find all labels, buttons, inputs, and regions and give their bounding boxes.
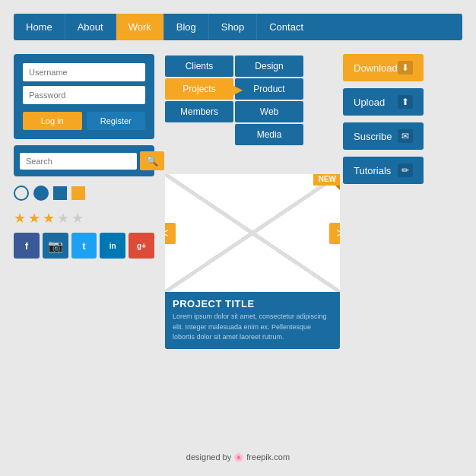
register-button[interactable]: Register: [87, 112, 146, 130]
star-2: ★: [28, 210, 40, 227]
project-image: NEW < >: [165, 174, 340, 292]
login-form: Log in Register: [14, 54, 154, 139]
dropdown-web[interactable]: Web: [235, 101, 303, 122]
footer-brand: 🌸 freepik.com: [233, 452, 290, 462]
dropdown-media[interactable]: Media: [235, 124, 303, 145]
search-button[interactable]: 🔍: [140, 151, 164, 170]
next-arrow[interactable]: >: [329, 223, 340, 244]
navbar: Home About Work Blog Shop Contact: [14, 14, 462, 40]
dropdown-design[interactable]: Design: [235, 56, 303, 77]
subscribe-icon: ✉: [398, 129, 413, 143]
tutorials-button[interactable]: Tutorials ✏: [343, 157, 424, 184]
nav-work[interactable]: Work: [116, 14, 164, 40]
social-row: f 📷 t in g+: [14, 233, 154, 259]
linkedin-button[interactable]: in: [100, 233, 125, 259]
tutorials-icon: ✏: [398, 163, 413, 177]
square-icon-blue: [53, 186, 67, 200]
nav-blog[interactable]: Blog: [164, 14, 209, 40]
square-icon-orange: [71, 186, 85, 200]
project-title: PROJECT TITLE: [173, 298, 332, 309]
dropdown-product[interactable]: Product: [235, 78, 303, 100]
username-input[interactable]: [23, 63, 145, 81]
nav-home[interactable]: Home: [14, 14, 65, 40]
facebook-button[interactable]: f: [14, 233, 40, 259]
password-input[interactable]: [23, 86, 145, 104]
upload-icon: ⬆: [398, 95, 413, 109]
dropdown-menu: Clients Projects Members Design Product …: [165, 56, 332, 145]
googleplus-button[interactable]: g+: [129, 233, 154, 259]
subscribe-label: Suscribe: [354, 131, 392, 142]
stars-row: ★ ★ ★ ★ ★: [14, 210, 154, 227]
nav-contact[interactable]: Contact: [257, 14, 316, 40]
dropdown-projects[interactable]: Projects: [165, 78, 233, 100]
icons-row: [14, 182, 154, 204]
star-3: ★: [43, 210, 55, 227]
download-icon: ⬇: [398, 61, 413, 75]
footer-text: designed by: [186, 452, 231, 462]
search-bar: 🔍: [14, 145, 154, 176]
tutorials-label: Tutorials: [354, 165, 391, 176]
upload-label: Upload: [354, 97, 385, 108]
circle-icon-2: [33, 186, 49, 201]
project-card: NEW < > PROJECT TITLE Lorem ipsum dolor …: [165, 174, 332, 349]
footer: designed by 🌸 freepik.com: [14, 452, 462, 462]
instagram-button[interactable]: 📷: [43, 233, 68, 259]
star-1: ★: [14, 210, 26, 227]
dropdown-clients[interactable]: Clients: [165, 56, 233, 77]
download-label: Download: [354, 62, 398, 74]
star-4: ★: [57, 210, 69, 227]
circle-icon-1: [14, 186, 29, 201]
new-ribbon: NEW: [313, 174, 340, 186]
subscribe-button[interactable]: Suscribe ✉: [343, 122, 424, 150]
nav-shop[interactable]: Shop: [209, 14, 257, 40]
twitter-button[interactable]: t: [71, 233, 97, 259]
dropdown-members[interactable]: Members: [165, 101, 233, 122]
prev-arrow[interactable]: <: [165, 223, 176, 244]
project-description: Lorem ipsum dolor sit amet, consectetur …: [173, 312, 332, 343]
login-button[interactable]: Log in: [23, 112, 82, 130]
upload-button[interactable]: Upload ⬆: [343, 88, 424, 116]
star-5: ★: [71, 210, 84, 227]
nav-about[interactable]: About: [65, 14, 116, 40]
search-input[interactable]: [20, 153, 137, 170]
download-button[interactable]: Download ⬇: [343, 54, 424, 81]
